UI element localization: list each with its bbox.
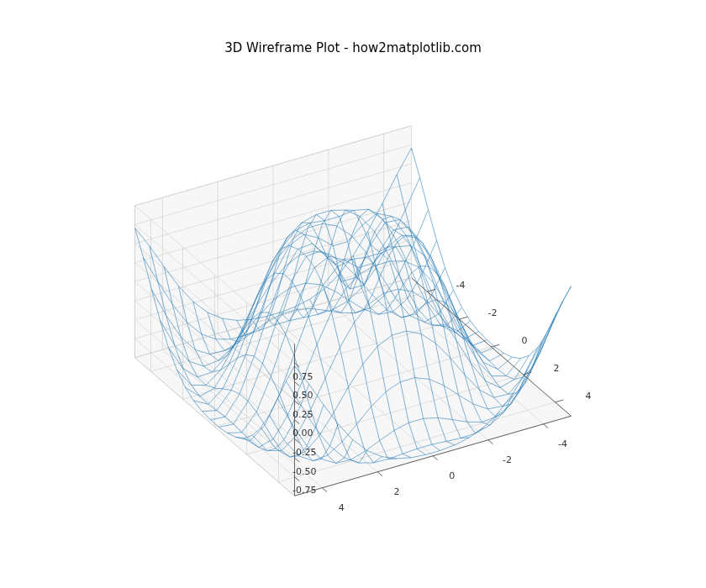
svg-line-46 [460,317,468,319]
z-tick-label: 0.50 [292,390,313,401]
y-tick-label: -4 [558,438,567,449]
svg-line-53 [377,472,382,476]
x-tick-label: -4 [456,280,466,291]
z-tick-label: 0.25 [292,409,313,420]
x-tick-label: 0 [522,335,528,346]
z-tick-label: -0.75 [292,485,316,496]
z-tick-label: 0.00 [292,428,313,438]
chart-title: 3D Wireframe Plot - how2matplotlib.com [0,40,706,55]
x-tick-label: 2 [554,363,560,374]
svg-line-52 [433,456,438,460]
figure: 3D Wireframe Plot - how2matplotlib.com -… [0,0,706,588]
plot-area[interactable]: -4-2024-4-2024-0.75-0.50-0.250.000.250.5… [76,76,630,546]
z-tick-label: 0.75 [292,371,313,382]
svg-line-54 [322,488,327,492]
svg-line-50 [544,424,549,428]
z-tick-label: -0.50 [292,466,316,477]
y-tick-label: 4 [339,502,345,513]
x-tick-label: -2 [488,307,498,318]
y-tick-label: -2 [503,454,512,465]
svg-line-49 [556,400,564,402]
z-tick-label: -0.25 [292,447,316,458]
x-tick-label: 4 [586,391,592,402]
wireframe-svg: -4-2024-4-2024-0.75-0.50-0.250.000.250.5… [76,76,630,546]
y-tick-label: 0 [449,470,455,481]
y-tick-label: 2 [394,486,400,497]
svg-line-51 [488,440,493,444]
